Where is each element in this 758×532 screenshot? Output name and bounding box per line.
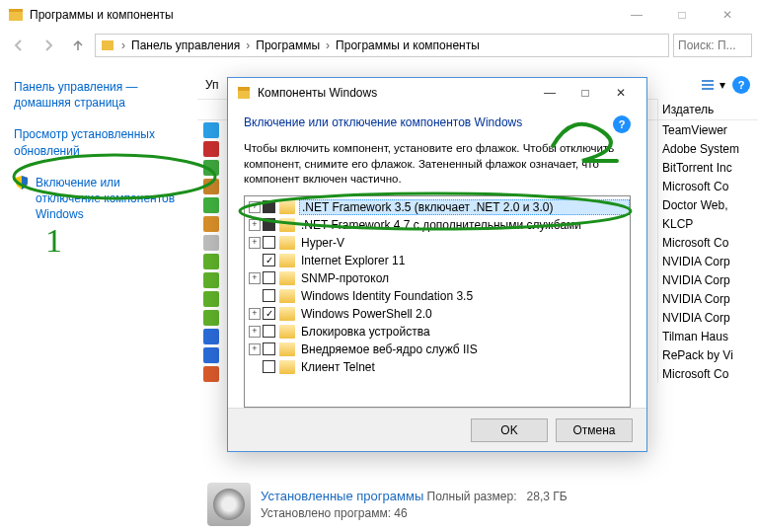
program-icon — [197, 122, 225, 138]
expand-toggle[interactable]: + — [249, 343, 261, 355]
feature-checkbox[interactable] — [263, 236, 275, 249]
col-publisher[interactable]: Издатель — [658, 99, 758, 120]
bc-item-1[interactable]: Панель управления — [127, 38, 244, 52]
folder-icon — [279, 325, 295, 339]
publisher-cell: Microsoft Co — [658, 233, 758, 252]
feature-checkbox[interactable] — [263, 200, 275, 213]
feature-item[interactable]: Клиент Telnet — [245, 358, 630, 376]
nav-up-button[interactable] — [65, 33, 91, 58]
folder-icon — [279, 271, 295, 285]
maximize-button[interactable]: □ — [659, 0, 705, 30]
expand-toggle[interactable]: + — [249, 326, 261, 338]
program-icon — [197, 197, 225, 213]
feature-item[interactable]: +Windows PowerShell 2.0 — [245, 305, 630, 323]
program-icon — [197, 291, 225, 307]
nav-bar: › Панель управления › Программы › Програ… — [0, 30, 758, 61]
feature-checkbox[interactable] — [263, 271, 275, 284]
dialog-title: Компоненты Windows — [258, 86, 532, 100]
svg-rect-2 — [102, 40, 114, 50]
expand-toggle[interactable]: + — [249, 219, 261, 231]
help-button[interactable]: ? — [732, 76, 750, 94]
expand-toggle[interactable]: + — [249, 272, 261, 284]
publisher-cell: Microsoft Co — [658, 177, 758, 195]
feature-checkbox[interactable] — [263, 307, 275, 320]
program-icon — [197, 254, 225, 269]
feature-label: SNMP-протокол — [299, 271, 630, 285]
expand-toggle — [249, 255, 261, 266]
feature-label: .NET Framework 4.7 с дополнительными слу… — [299, 218, 630, 232]
nav-back-button[interactable] — [6, 33, 32, 58]
dialog-titlebar[interactable]: Компоненты Windows — □ ✕ — [228, 78, 646, 108]
feature-label: Windows Identity Foundation 3.5 — [299, 289, 630, 303]
feature-label: Hyper-V — [299, 236, 630, 250]
folder-icon — [279, 200, 295, 214]
feature-item[interactable]: +SNMP-протокол — [245, 269, 630, 287]
expand-toggle[interactable]: + — [249, 237, 261, 249]
feature-item[interactable]: +Hyper-V — [245, 234, 630, 252]
feature-checkbox[interactable] — [263, 342, 275, 355]
feature-checkbox[interactable] — [263, 289, 275, 302]
svg-rect-4 — [702, 84, 714, 86]
feature-label: Блокировка устройства — [299, 325, 630, 339]
svg-rect-7 — [238, 87, 250, 91]
program-icon — [197, 141, 225, 157]
organize-button[interactable]: Уп — [205, 78, 219, 92]
close-button[interactable]: ✕ — [705, 0, 750, 30]
feature-checkbox[interactable] — [263, 218, 275, 231]
dialog-help-button[interactable]: ? — [613, 115, 631, 133]
program-icon — [197, 235, 225, 251]
expand-toggle[interactable]: + — [249, 308, 261, 320]
publisher-cell: Tilman Haus — [658, 327, 758, 345]
sidebar: Панель управления — домашняя страница Пр… — [0, 61, 197, 532]
dialog-help-text: Чтобы включить компонент, установите его… — [244, 141, 631, 188]
summary-footer: Установленные программы Полный размер: 2… — [197, 477, 758, 532]
summary-count: Установлено программ: 46 — [261, 505, 568, 522]
view-button[interactable]: ▾ — [693, 74, 732, 96]
dialog-minimize-button[interactable]: — — [532, 79, 568, 107]
publisher-cell: NVIDIA Corp — [658, 270, 758, 289]
ok-button[interactable]: OK — [471, 418, 548, 442]
breadcrumb[interactable]: › Панель управления › Программы › Програ… — [95, 34, 669, 57]
feature-checkbox[interactable] — [263, 254, 275, 266]
sidebar-link-home[interactable]: Панель управления — домашняя страница — [14, 79, 184, 111]
feature-item[interactable]: +Внедряемое веб-ядро служб IIS — [245, 341, 630, 358]
svg-rect-1 — [9, 9, 23, 12]
feature-item[interactable]: +.NET Framework 4.7 с дополнительными сл… — [245, 216, 630, 234]
nav-forward-button[interactable] — [36, 33, 61, 58]
folder-icon — [279, 236, 295, 250]
feature-checkbox[interactable] — [263, 360, 275, 373]
search-input[interactable]: Поиск: П... — [673, 34, 752, 57]
features-tree[interactable]: +.NET Framework 3.5 (включает .NET 2.0 и… — [244, 195, 631, 408]
sidebar-link-features[interactable]: Включение или отключение компонентов Win… — [14, 175, 184, 223]
program-icon — [197, 272, 225, 288]
feature-item[interactable]: Internet Explorer 11 — [245, 252, 630, 269]
bc-item-2[interactable]: Программы — [252, 38, 324, 52]
feature-item[interactable]: +Блокировка устройства — [245, 323, 630, 341]
dialog-maximize-button[interactable]: □ — [568, 79, 603, 107]
dialog-close-button[interactable]: ✕ — [603, 79, 639, 107]
feature-item[interactable]: Windows Identity Foundation 3.5 — [245, 287, 630, 305]
publisher-cell: Adobe System — [658, 139, 758, 158]
feature-checkbox[interactable] — [263, 325, 275, 338]
publisher-cell: Doctor Web, — [658, 195, 758, 214]
cancel-button[interactable]: Отмена — [556, 418, 633, 442]
folder-icon — [279, 289, 295, 303]
app-icon — [8, 7, 24, 23]
feature-item[interactable]: +.NET Framework 3.5 (включает .NET 2.0 и… — [245, 198, 630, 216]
expand-toggle — [249, 361, 261, 373]
dialog-icon — [236, 85, 252, 101]
publisher-cell: RePack by Vi — [658, 345, 758, 364]
sidebar-link-features-label: Включение или отключение компонентов Win… — [36, 175, 184, 223]
bc-item-3[interactable]: Программы и компоненты — [332, 38, 484, 52]
folder-icon — [279, 254, 295, 267]
feature-label: Внедряемое веб-ядро служб IIS — [299, 342, 630, 356]
feature-label: .NET Framework 3.5 (включает .NET 2.0 и … — [299, 199, 630, 215]
minimize-button[interactable]: — — [614, 0, 659, 30]
expand-toggle[interactable]: + — [249, 201, 261, 213]
sidebar-link-updates[interactable]: Просмотр установленных обновлений — [14, 126, 184, 158]
dialog-heading: Включение или отключение компонентов Win… — [244, 115, 631, 133]
publisher-cell: NVIDIA Corp — [658, 308, 758, 327]
summary-title: Установленные программы — [261, 489, 423, 503]
folder-icon — [279, 307, 295, 321]
window-title: Программы и компоненты — [30, 8, 614, 22]
